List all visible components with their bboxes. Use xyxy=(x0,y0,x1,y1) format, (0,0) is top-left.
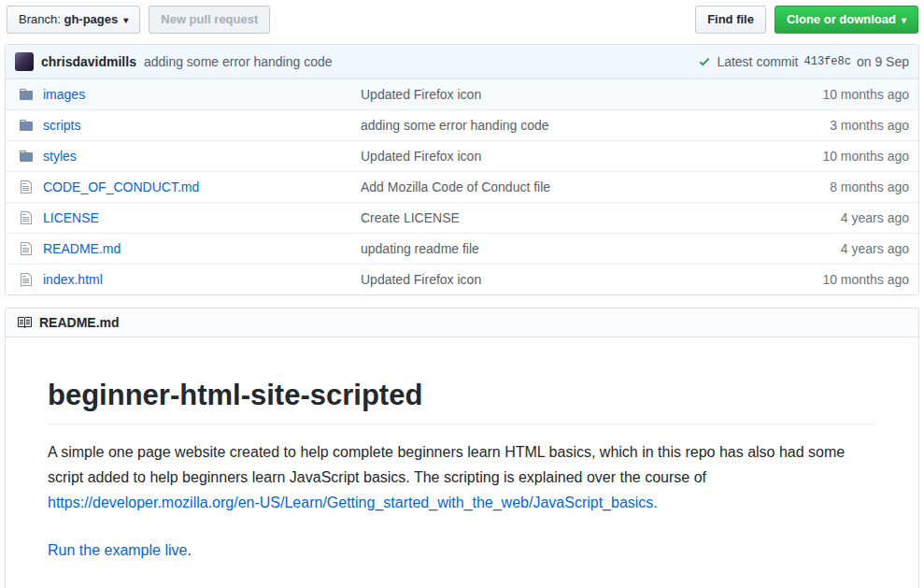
check-icon xyxy=(698,55,711,68)
commit-message-cell: Updated Firefox icon xyxy=(361,149,741,164)
file-name-cell: images xyxy=(15,87,361,102)
readme-header: README.md xyxy=(6,308,918,337)
toolbar-left: Branch: gh-pages ▾ New pull request xyxy=(7,6,270,34)
table-row: CODE_OF_CONDUCT.md Add Mozilla Code of C… xyxy=(6,171,918,202)
file-navigation-toolbar: Branch: gh-pages ▾ New pull request Find… xyxy=(5,5,919,42)
readme-heading: beginner-html-site-scripted xyxy=(48,379,876,424)
run-example-live-link[interactable]: Run the example live xyxy=(48,542,187,558)
row-commit-message-link[interactable]: adding some error handing code xyxy=(361,118,549,133)
commit-message-cell: updating readme file xyxy=(361,241,741,256)
run-live-paragraph: Run the example live. xyxy=(48,538,876,564)
latest-commit-info: Latest commit 413fe8c on 9 Sep xyxy=(698,54,909,69)
row-commit-message-link[interactable]: Create LICENSE xyxy=(361,210,460,225)
age-cell: 8 months ago xyxy=(741,179,909,194)
file-link[interactable]: README.md xyxy=(43,241,121,256)
repo-page: Branch: gh-pages ▾ New pull request Find… xyxy=(0,0,924,588)
file-link[interactable]: scripts xyxy=(43,118,80,133)
table-row: styles Updated Firefox icon 10 months ag… xyxy=(6,140,918,171)
commit-message-cell: Add Mozilla Code of Conduct file xyxy=(361,179,741,194)
clone-or-download-button[interactable]: Clone or download ▾ xyxy=(775,6,918,34)
age-cell: 10 months ago xyxy=(741,149,909,164)
file-name-cell: styles xyxy=(15,149,361,164)
commit-author-link[interactable]: chrisdavidmills xyxy=(41,54,136,69)
readme-paragraph: A simple one page website created to hel… xyxy=(48,440,876,516)
latest-commit-bar: chrisdavidmills adding some error handin… xyxy=(6,45,918,79)
commit-message-cell: adding some error handing code xyxy=(361,118,741,133)
branch-prefix-label: Branch: xyxy=(19,12,61,26)
commit-message-link[interactable]: adding some error handing code xyxy=(144,54,333,69)
commit-message-cell: Create LICENSE xyxy=(361,210,741,225)
readme-paragraph-text: A simple one page website created to hel… xyxy=(48,444,845,485)
clone-or-download-label: Clone or download xyxy=(787,11,896,28)
file-name-cell: CODE_OF_CONDUCT.md xyxy=(15,179,361,194)
commit-sha-link[interactable]: 413fe8c xyxy=(804,55,851,68)
file-name-cell: scripts xyxy=(15,118,361,133)
find-file-button[interactable]: Find file xyxy=(695,6,766,34)
age-cell: 10 months ago xyxy=(741,272,909,287)
folder-icon xyxy=(19,118,34,133)
file-icon xyxy=(19,272,34,287)
file-link[interactable]: styles xyxy=(43,149,77,164)
commit-summary: chrisdavidmills adding some error handin… xyxy=(15,52,333,71)
folder-icon xyxy=(19,87,34,102)
age-cell: 4 years ago xyxy=(741,241,909,256)
row-commit-message-link[interactable]: Updated Firefox icon xyxy=(361,272,481,287)
commit-date-label: on 9 Sep xyxy=(857,54,909,69)
table-row: README.md updating readme file 4 years a… xyxy=(6,233,918,264)
file-icon xyxy=(19,210,34,225)
row-commit-message-link[interactable]: Updated Firefox icon xyxy=(361,87,481,102)
file-name-cell: index.html xyxy=(15,272,361,287)
folder-icon xyxy=(19,149,34,164)
new-pull-request-label: New pull request xyxy=(161,11,258,28)
table-row: LICENSE Create LICENSE 4 years ago xyxy=(6,202,918,233)
row-commit-message-link[interactable]: Add Mozilla Code of Conduct file xyxy=(361,179,550,194)
commit-message-cell: Updated Firefox icon xyxy=(361,87,741,102)
book-icon xyxy=(17,315,32,330)
mdn-link-period: . xyxy=(653,495,657,510)
readme-title: README.md xyxy=(39,315,120,330)
branch-button-text: Branch: gh-pages xyxy=(19,11,118,28)
file-link[interactable]: CODE_OF_CONDUCT.md xyxy=(43,179,199,194)
file-link[interactable]: index.html xyxy=(43,272,103,287)
age-cell: 10 months ago xyxy=(741,87,909,102)
commit-message-cell: Updated Firefox icon xyxy=(361,272,741,287)
age-cell: 3 months ago xyxy=(741,118,909,133)
new-pull-request-button[interactable]: New pull request xyxy=(149,6,270,34)
file-icon xyxy=(19,241,34,256)
toolbar-right: Find file Clone or download ▾ xyxy=(695,6,918,34)
file-link[interactable]: images xyxy=(43,87,85,102)
row-commit-message-link[interactable]: updating readme file xyxy=(361,241,479,256)
file-name-cell: README.md xyxy=(15,241,361,256)
latest-commit-label: Latest commit xyxy=(717,54,798,69)
age-cell: 4 years ago xyxy=(741,210,909,225)
file-icon xyxy=(19,179,34,194)
readme-box: README.md beginner-html-site-scripted A … xyxy=(5,308,919,588)
avatar[interactable] xyxy=(15,52,34,71)
table-row: images Updated Firefox icon 10 months ag… xyxy=(6,79,918,109)
file-name-cell: LICENSE xyxy=(15,210,361,225)
row-commit-message-link[interactable]: Updated Firefox icon xyxy=(361,149,481,164)
file-link[interactable]: LICENSE xyxy=(43,210,99,225)
run-live-period: . xyxy=(187,542,191,558)
find-file-label: Find file xyxy=(707,11,754,28)
caret-down-icon: ▾ xyxy=(123,16,128,25)
mdn-link[interactable]: https://developer.mozilla.org/en-US/Lear… xyxy=(48,495,653,510)
table-row: index.html Updated Firefox icon 10 month… xyxy=(6,264,918,294)
caret-down-icon: ▾ xyxy=(902,16,906,25)
branch-select-button[interactable]: Branch: gh-pages ▾ xyxy=(7,6,140,34)
branch-name-label: gh-pages xyxy=(64,12,118,26)
table-row: scripts adding some error handing code 3… xyxy=(6,109,918,140)
files-box: chrisdavidmills adding some error handin… xyxy=(5,44,919,295)
readme-body: beginner-html-site-scripted A simple one… xyxy=(6,337,918,588)
